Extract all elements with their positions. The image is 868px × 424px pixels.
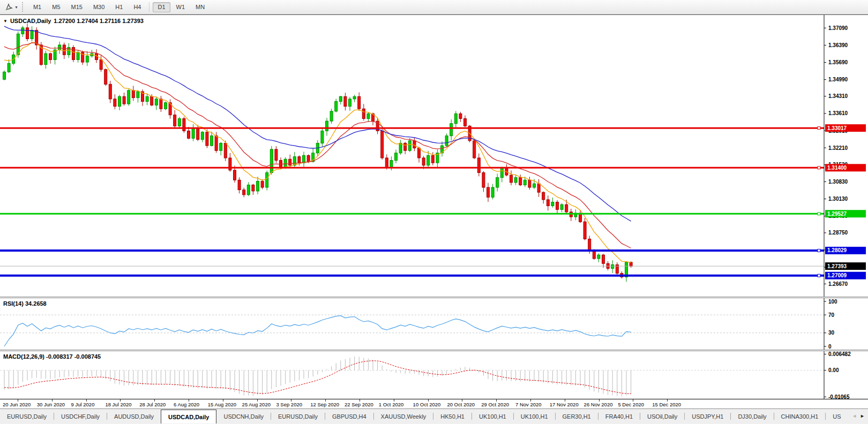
timeframe-button-h4[interactable]: H4 — [129, 2, 146, 12]
main-price-pane[interactable]: ▼ USDCAD,Daily 1.27200 1.27404 1.27116 1… — [0, 15, 868, 297]
candle-body — [482, 172, 485, 187]
candle-body — [155, 99, 158, 105]
date-label: 5 Dec 2020 — [618, 402, 644, 407]
candle-body — [450, 124, 453, 136]
date-label: 30 Jun 2020 — [37, 402, 65, 407]
chart-tab-bar: EURUSD,DailyUSDCHF,DailyAUDUSD,DailyUSDC… — [0, 408, 868, 423]
price-tick-label: 1.32210 — [828, 145, 848, 151]
tab-dj30-daily[interactable]: DJ30,Daily — [731, 409, 773, 423]
candle-body — [104, 70, 107, 85]
cursor-tool-button[interactable]: ▼ — [2, 1, 21, 13]
candle-body — [593, 251, 595, 259]
rsi-tick-label: 0 — [828, 344, 832, 350]
tab-usdjpy-h1[interactable]: USDJPY,H1 — [685, 409, 730, 423]
tab-usoil-daily[interactable]: USOil,Daily — [640, 409, 684, 423]
timeframe-button-m30[interactable]: M30 — [88, 2, 109, 12]
macd-chart-canvas[interactable]: 0.0064820.00-0.01065 — [0, 351, 868, 399]
candle-body — [275, 149, 278, 161]
candle-body — [289, 159, 291, 165]
timeframe-button-m15[interactable]: M15 — [66, 2, 87, 12]
candle-body — [556, 202, 559, 210]
price-tick-label: 1.30830 — [828, 179, 848, 185]
date-axis[interactable]: 20 Jun 202030 Jun 20209 Jul 202018 Jul 2… — [0, 399, 868, 408]
candle-body — [266, 172, 268, 187]
chart-title-ohlc: 1.27200 1.27404 1.27116 1.27393 — [54, 18, 144, 24]
candle-body — [326, 121, 328, 131]
price-tick-label: 1.30130 — [828, 196, 848, 202]
line-handle[interactable] — [818, 213, 820, 215]
candle-body — [533, 184, 536, 187]
timeframe-button-m1[interactable]: M1 — [28, 2, 46, 12]
tab-scroll-left-icon[interactable]: ◄ — [852, 414, 857, 419]
rsi-indicator-pane[interactable]: RSI(14) 34.2658 10070300 — [0, 298, 868, 350]
candle-body — [500, 168, 503, 177]
candle-body — [353, 96, 356, 99]
candle-body — [114, 99, 116, 107]
tab-eurusd-daily[interactable]: EURUSD,Daily — [0, 409, 54, 423]
date-label: 17 Nov 2020 — [550, 402, 579, 407]
candle-body — [234, 170, 236, 180]
toolbar-drag-handle[interactable] — [22, 2, 25, 12]
candle-body — [399, 143, 402, 153]
candle-body — [86, 56, 88, 62]
candle-body — [395, 153, 398, 161]
candle-body — [303, 155, 305, 163]
candle-body — [422, 158, 425, 165]
candle-body — [109, 84, 111, 99]
timeframe-button-w1[interactable]: W1 — [171, 2, 190, 12]
tab-uk100-h1[interactable]: UK100,H1 — [472, 409, 513, 423]
cursor-tool-icon — [5, 3, 13, 11]
timeframe-button-m5[interactable]: M5 — [47, 2, 65, 12]
candle-body — [58, 45, 61, 50]
rsi-tick-label: 30 — [828, 330, 835, 336]
date-label: 25 Aug 2020 — [242, 402, 271, 407]
candle-body — [611, 265, 614, 269]
tab-usdcnh-daily[interactable]: USDCNH,Daily — [216, 409, 271, 423]
timeframe-button-d1[interactable]: D1 — [153, 2, 170, 12]
tab-scroll-right-icon[interactable]: ► — [860, 414, 865, 419]
price-chart-canvas[interactable]: 1.370901.363901.356901.349901.343101.336… — [0, 15, 868, 297]
line-handle[interactable] — [818, 127, 820, 130]
tab-us[interactable]: US — [826, 409, 848, 423]
candle-body — [418, 148, 421, 158]
tab-usdchf-daily[interactable]: USDCHF,Daily — [54, 409, 107, 423]
candle-body — [215, 136, 218, 151]
candle-body — [321, 131, 324, 143]
date-label: 9 Jul 2020 — [71, 402, 95, 407]
line-handle[interactable] — [818, 274, 820, 277]
tab-hk50-h1[interactable]: HK50,H1 — [433, 409, 472, 423]
candle-body — [151, 96, 153, 105]
tab-gbpusd-h4[interactable]: GBPUSD,H4 — [325, 409, 373, 423]
tab-usdcad-daily[interactable]: USDCAD,Daily — [161, 410, 216, 423]
candle-body — [630, 262, 632, 266]
timeframe-button-h1[interactable]: H1 — [110, 2, 128, 12]
date-label: 20 Oct 2020 — [447, 402, 475, 407]
line-handle[interactable] — [818, 166, 820, 169]
candle-body — [183, 119, 185, 131]
date-label: 10 Oct 2020 — [413, 402, 441, 407]
tab-ger30-h1[interactable]: GER30,H1 — [556, 409, 598, 423]
tab-eurusd-daily[interactable]: EURUSD,Daily — [271, 409, 325, 423]
candle-body — [431, 155, 434, 163]
tab-fra40-h1[interactable]: FRA40,H1 — [598, 409, 640, 423]
date-label: 15 Aug 2020 — [208, 402, 236, 407]
candle-body — [519, 178, 522, 185]
candle-body — [49, 54, 52, 59]
tab-audusd-daily[interactable]: AUDUSD,Daily — [107, 409, 161, 423]
chart-context-arrow-icon[interactable]: ▼ — [3, 19, 8, 24]
hline-price-label: 1.27009 — [827, 272, 847, 278]
tab-uk100-h1[interactable]: UK100,H1 — [514, 409, 555, 423]
candle-body — [344, 96, 347, 106]
date-label: 20 Jun 2020 — [3, 402, 31, 407]
macd-indicator-pane[interactable]: MACD(12,26,9) -0.008317 -0.008745 0.0064… — [0, 351, 868, 399]
current-price-label: 1.27393 — [827, 263, 847, 269]
price-tick-label: 1.37090 — [828, 25, 848, 31]
timeframe-button-mn[interactable]: MN — [191, 2, 209, 12]
tab-xauusd-weekly[interactable]: XAUUSD,Weekly — [374, 409, 433, 423]
date-label: 7 Nov 2020 — [515, 402, 542, 407]
rsi-chart-canvas[interactable]: 10070300 — [0, 298, 868, 350]
candle-body — [445, 136, 448, 146]
candle-body — [63, 45, 65, 55]
tab-china300-h1[interactable]: CHINA300,H1 — [774, 409, 826, 423]
line-handle[interactable] — [818, 249, 820, 252]
